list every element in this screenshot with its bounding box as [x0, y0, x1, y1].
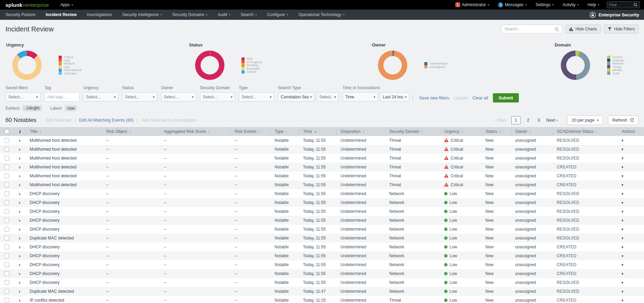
edit-all-matching-events-link[interactable]: Edit All Matching Events (60) [79, 118, 134, 123]
cell-title[interactable]: Duplicate MAC detected [26, 234, 102, 243]
row-checkbox[interactable] [4, 182, 9, 187]
cell-title[interactable]: DHCP discovery [26, 269, 102, 278]
cell-title[interactable]: Multihomed host detected [26, 171, 102, 180]
row-checkbox[interactable] [4, 236, 9, 240]
cell-title[interactable]: Multihomed host detected [26, 180, 102, 189]
row-checkbox[interactable] [4, 271, 9, 276]
cell-title[interactable]: DHCP discovery [26, 251, 102, 260]
nav-item-incident-review[interactable]: Incident Review [46, 12, 77, 17]
expand-row-chevron-icon[interactable]: › [19, 218, 20, 223]
expand-row-chevron-icon[interactable]: › [19, 164, 20, 170]
row-actions-dropdown[interactable]: ▾ [621, 236, 624, 240]
row-checkbox[interactable] [4, 138, 9, 143]
row-checkbox[interactable] [4, 174, 9, 178]
cell-title[interactable]: DHCP discovery [26, 278, 102, 287]
column-header-time[interactable]: Time▼ [299, 127, 336, 136]
row-actions-dropdown[interactable]: ▾ [621, 280, 624, 285]
column-header-type[interactable]: Type▲▼ [270, 127, 299, 136]
security-domain-select[interactable]: Select...▾ [200, 92, 235, 101]
clear-all-link[interactable]: Clear all [472, 96, 488, 100]
saved-filters-select[interactable]: Select...▾ [5, 92, 41, 101]
expand-row-chevron-icon[interactable]: › [19, 155, 20, 161]
row-actions-dropdown[interactable]: ▾ [621, 289, 624, 293]
splunk-logo[interactable]: splunk>enterprise [5, 2, 49, 8]
cell-title[interactable]: DHCP discovery [26, 260, 102, 269]
expand-row-chevron-icon[interactable]: › [19, 191, 20, 196]
nav-item-investigations[interactable]: Investigations [87, 12, 112, 17]
nav-item-security-posture[interactable]: Security Posture [5, 12, 35, 17]
nav-item-operational-technology[interactable]: Operational Technology▾ [298, 12, 345, 17]
hide-charts-button[interactable]: Hide Charts [566, 25, 601, 33]
row-checkbox[interactable] [4, 156, 9, 161]
row-actions-dropdown[interactable]: ▾ [621, 209, 624, 214]
cell-title[interactable]: DHCP discovery [26, 216, 102, 225]
column-header-risk_events[interactable]: Risk Events▲▼ [231, 127, 270, 136]
row-actions-dropdown[interactable]: ▾ [621, 147, 624, 151]
column-header-owner[interactable]: Owner▲▼ [511, 127, 553, 136]
row-actions-dropdown[interactable]: ▾ [621, 183, 624, 187]
row-actions-dropdown[interactable]: ▾ [621, 254, 624, 258]
expand-row-chevron-icon[interactable]: › [19, 244, 20, 250]
expand-row-chevron-icon[interactable]: › [19, 235, 20, 241]
select-all-checkbox[interactable] [4, 129, 9, 134]
tag-input[interactable]: Add tags... [44, 92, 79, 101]
expand-row-chevron-icon[interactable]: › [19, 280, 20, 285]
submit-button[interactable]: Submit [493, 93, 519, 102]
app-identity[interactable]: Enterprise Security [589, 12, 639, 18]
expand-row-chevron-icon[interactable]: › [19, 298, 20, 303]
search-type-select[interactable]: Correlation Sea...▾ [278, 92, 314, 101]
column-header-security_domain[interactable]: Security Domain▲▼ [385, 127, 440, 136]
cell-title[interactable]: Multihomed host detected [26, 136, 102, 145]
cell-title[interactable]: DHCP discovery [26, 225, 102, 234]
column-header-disposition[interactable]: Disposition▲▼ [336, 127, 385, 136]
column-header-status[interactable]: Status▲▼ [481, 127, 511, 136]
row-actions-dropdown[interactable]: ▾ [621, 192, 624, 196]
row-checkbox[interactable] [4, 191, 9, 196]
expand-row-chevron-icon[interactable]: › [19, 253, 20, 259]
type-select[interactable]: Select...▾ [239, 92, 274, 101]
per-page-dropdown[interactable]: 20 per page ▾ [567, 115, 603, 125]
next-page-button[interactable]: Next › [546, 118, 558, 123]
row-checkbox[interactable] [4, 147, 9, 152]
row-actions-dropdown[interactable]: ▾ [621, 227, 624, 231]
page-button-1[interactable]: 1 [511, 116, 521, 124]
column-header-title[interactable]: Title▲▼ [26, 127, 102, 136]
activity-menu[interactable]: Activity▾ [562, 2, 579, 7]
row-checkbox[interactable] [4, 289, 9, 294]
row-checkbox[interactable] [4, 209, 9, 214]
expand-row-chevron-icon[interactable]: › [19, 173, 20, 179]
find-input[interactable]: Find [607, 1, 640, 8]
time-or-associations-select[interactable]: Last 24 hours▾ [380, 92, 409, 101]
expand-row-chevron-icon[interactable]: › [19, 209, 20, 214]
cell-title[interactable]: Multihomed host detected [26, 163, 102, 171]
row-actions-dropdown[interactable]: ▾ [621, 272, 624, 276]
expand-row-chevron-icon[interactable]: › [19, 182, 20, 188]
search-input[interactable]: Search... [501, 25, 562, 33]
status-select[interactable]: Select...▾ [122, 92, 157, 101]
row-checkbox[interactable] [4, 280, 9, 285]
column-header-risk_object[interactable]: Risk Object▲▼ [102, 127, 160, 136]
expand-row-chevron-icon[interactable]: › [19, 271, 20, 276]
nav-item-configure[interactable]: Configure▾ [267, 12, 288, 17]
column-header-urgency[interactable]: Urgency▲▼ [440, 127, 481, 136]
search-type-select[interactable]: Select...▾ [317, 92, 339, 101]
row-checkbox[interactable] [4, 245, 9, 249]
cell-title[interactable]: Multihomed host detected [26, 145, 102, 154]
earliest-value-badge[interactable]: -24h@h [23, 105, 42, 111]
page-button-2[interactable]: 2 [525, 116, 531, 124]
row-checkbox[interactable] [4, 218, 9, 223]
cell-title[interactable]: DHCP discovery [26, 243, 102, 251]
column-header-risk_score[interactable]: Aggregated Risk Score▲▼ [160, 127, 231, 136]
refresh-button[interactable]: Refresh [608, 115, 639, 125]
row-checkbox[interactable] [4, 298, 9, 303]
expand-row-chevron-icon[interactable]: › [19, 226, 20, 232]
owner-select[interactable]: Select...▾ [161, 92, 196, 101]
nav-item-security-domains[interactable]: Security Domains▾ [172, 12, 208, 17]
help-menu[interactable]: Help▾ [588, 2, 599, 7]
save-new-filters-link[interactable]: Save new filters [419, 96, 449, 100]
row-checkbox[interactable] [4, 165, 9, 169]
apps-menu[interactable]: Apps▾ [60, 2, 73, 7]
row-actions-dropdown[interactable]: ▾ [621, 245, 624, 249]
cell-title[interactable]: DHCP discovery [26, 207, 102, 216]
administrator-menu[interactable]: !Administrator▾ [455, 2, 489, 7]
